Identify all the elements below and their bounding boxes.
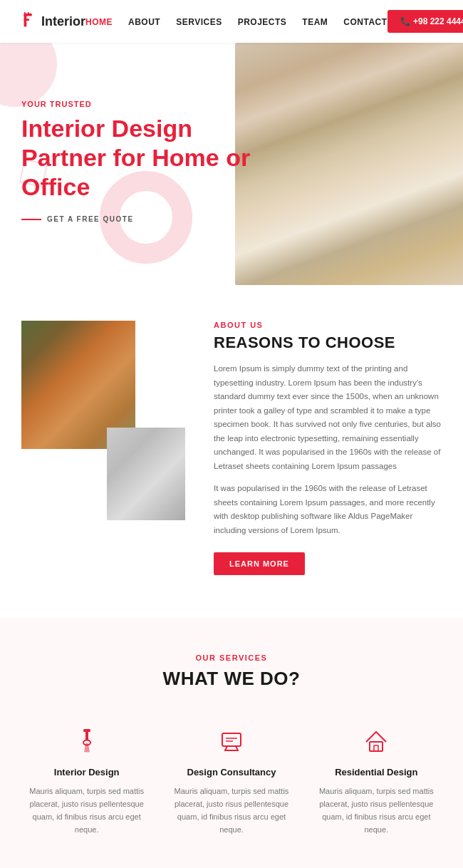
hero-image	[235, 43, 463, 285]
nav-services[interactable]: SERVICES	[176, 17, 222, 27]
navbar: Interior HOME ABOUT SERVICES PROJECTS TE…	[0, 0, 463, 43]
about-title: REASONS TO CHOOSE	[214, 334, 442, 352]
service-design-consultancy: Design Consultancy Mauris aliquam, turpi…	[166, 718, 296, 844]
phone-icon: 📞	[400, 16, 413, 26]
svg-rect-14	[374, 745, 378, 751]
logo-icon	[21, 12, 37, 31]
svg-rect-13	[370, 742, 383, 751]
nav-projects[interactable]: PROJECTS	[238, 17, 287, 27]
service-2-name: Residential Design	[318, 767, 435, 777]
service-1-name: Design Consultancy	[173, 767, 289, 777]
service-interior-design: Interior Design Mauris aliquam, turpis s…	[21, 718, 152, 844]
service-commercial-design: Commercial Design Mauris aliquam, turpis…	[21, 864, 152, 868]
hero-cta[interactable]: GET A FREE QUOTE	[21, 215, 264, 223]
about-image-secondary	[107, 428, 185, 520]
svg-rect-2	[24, 19, 29, 21]
service-0-name: Interior Design	[28, 767, 145, 777]
svg-rect-5	[83, 729, 90, 732]
services-grid: Interior Design Mauris aliquam, turpis s…	[21, 718, 442, 868]
about-images	[21, 321, 192, 520]
phone-button[interactable]: 📞 +98 222 4444	[387, 10, 463, 33]
hero-cta-text: GET A FREE QUOTE	[47, 215, 134, 223]
services-section: OUR SERVICES WHAT WE DO? Interior Design…	[0, 618, 463, 868]
service-0-desc: Mauris aliquam, turpis sed mattis placer…	[28, 785, 145, 837]
logo[interactable]: Interior	[21, 12, 85, 31]
services-title: WHAT WE DO?	[21, 668, 442, 690]
about-text-1: Lorem Ipsum is simply dummy text of the …	[214, 362, 442, 473]
logo-text: Interior	[41, 14, 85, 29]
hero-trusted: YOUR TRUSTED	[21, 100, 264, 108]
about-content: ABOUT US REASONS TO CHOOSE Lorem Ipsum i…	[214, 321, 442, 575]
service-coworking-design: Co-working Space Design Mauris aliquam, …	[311, 864, 442, 868]
services-label: OUR SERVICES	[21, 653, 442, 662]
about-text-2: It was popularised in the 1960s with the…	[214, 482, 442, 537]
hero-cta-line	[21, 219, 41, 220]
residential-design-icon	[360, 725, 392, 757]
nav-contact[interactable]: CONTACT	[343, 17, 387, 27]
svg-rect-7	[222, 733, 241, 746]
hero-title-colored: Interior	[21, 115, 105, 142]
service-1-desc: Mauris aliquam, turpis sed mattis placer…	[173, 785, 289, 837]
hero-image-placeholder	[235, 43, 463, 285]
about-section: ABOUT US REASONS TO CHOOSE Lorem Ipsum i…	[0, 285, 463, 596]
nav-about[interactable]: ABOUT	[128, 17, 160, 27]
hero-content: YOUR TRUSTED Interior Design Partner for…	[21, 43, 264, 223]
hero-title: Interior Design Partner for Home or Offi…	[21, 114, 264, 201]
service-hospitality-design: Hospitality Design Mauris aliquam, turpi…	[166, 864, 296, 868]
nav-team[interactable]: TEAM	[302, 17, 328, 27]
nav-home[interactable]: HOME	[85, 17, 113, 27]
nav-links: HOME ABOUT SERVICES PROJECTS TEAM CONTAC…	[85, 15, 387, 28]
about-label: ABOUT US	[214, 321, 442, 329]
service-2-desc: Mauris aliquam, turpis sed mattis placer…	[318, 785, 435, 837]
interior-design-icon	[71, 725, 103, 757]
phone-number: +98 222 4444	[413, 16, 463, 26]
service-residential-design: Residential Design Mauris aliquam, turpi…	[311, 718, 442, 844]
learn-more-button[interactable]: LEARN MORE	[214, 552, 305, 575]
hero-section: YOUR TRUSTED Interior Design Partner for…	[0, 43, 463, 285]
design-consultancy-icon	[216, 725, 247, 757]
